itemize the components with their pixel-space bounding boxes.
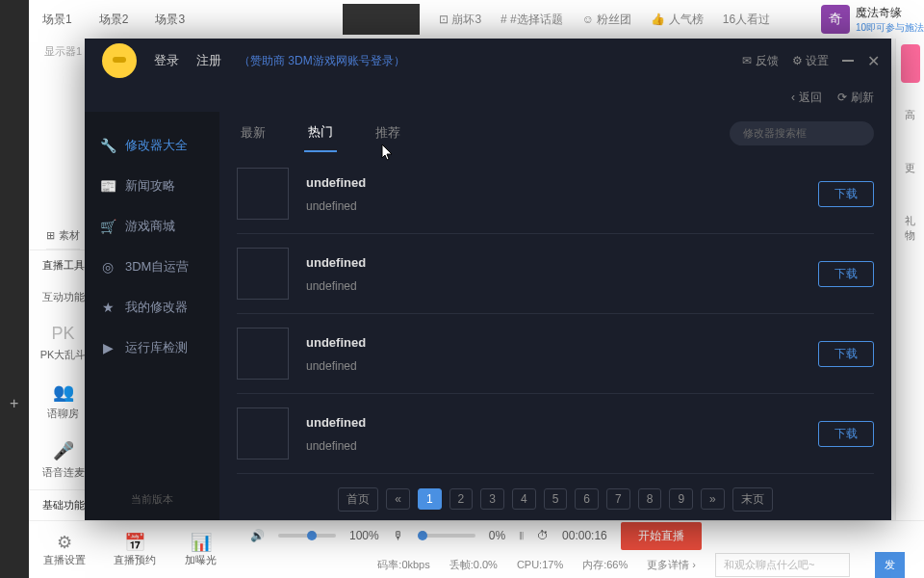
page-number[interactable]: 7	[606, 488, 630, 510]
app-logo-icon	[102, 43, 137, 78]
scene-tab[interactable]: 场景1	[29, 12, 86, 28]
schedule-btn[interactable]: 📅直播预约	[114, 532, 156, 567]
gift-icon[interactable]	[901, 44, 920, 83]
fans-tag[interactable]: ☺ 粉丝团	[582, 12, 632, 28]
tab-hot[interactable]: 热门	[304, 114, 337, 152]
item-thumbnail	[237, 328, 289, 380]
scene-tab[interactable]: 场景3	[141, 12, 198, 28]
topic-tag[interactable]: # #选择话题	[500, 12, 563, 28]
register-link[interactable]: 注册	[196, 52, 221, 69]
tab-recommend[interactable]: 推荐	[372, 115, 404, 151]
volume-slider[interactable]	[278, 534, 336, 538]
nav-3dm[interactable]: ◎3DM自运营	[85, 247, 219, 287]
nav-trainers[interactable]: 🔧修改器大全	[85, 125, 219, 166]
app-left-rail: +	[0, 0, 29, 578]
page-first[interactable]: 首页	[338, 487, 378, 512]
page-number[interactable]: 1	[418, 488, 442, 510]
speaker-icon[interactable]: 🔊	[250, 529, 265, 542]
scene-tab[interactable]: 场景2	[86, 12, 142, 28]
modal-main: 最新 热门 推荐 修改器搜索框 undefinedundefined 下载 un…	[219, 112, 891, 520]
nav-store[interactable]: 🛒游戏商城	[85, 206, 219, 247]
stat-cpu: CPU:17%	[517, 559, 563, 570]
send-button[interactable]: 发	[875, 552, 905, 578]
add-icon[interactable]: +	[10, 395, 18, 412]
boost-btn[interactable]: 📊加曝光	[185, 532, 217, 567]
right-item[interactable]: 更	[896, 142, 924, 195]
mic-slider[interactable]	[418, 534, 475, 538]
pagination: 首页 « 1 2 3 4 5 6 7 8 9 » 末页	[237, 478, 874, 520]
search-input[interactable]: 修改器搜索框	[730, 121, 874, 145]
item-thumbnail	[237, 248, 289, 300]
page-number[interactable]: 5	[544, 488, 568, 510]
list-item: undefinedundefined 下载	[237, 234, 874, 314]
mic-icon[interactable]: 🎙	[393, 529, 404, 542]
trainer-modal: 登录 注册 （赞助商 3DM游戏网账号登录） ✉ 反馈 ⚙ 设置 ✕ ‹ 返回 …	[85, 39, 891, 520]
bottom-tools: ⚙直播设置 📅直播预约 📊加曝光	[29, 520, 231, 578]
item-thumbnail	[237, 407, 289, 460]
bottom-bar: 🔊 100% 🎙 0% ⫴ ⏱ 00:00:16 开始直播 码率:0kbps 丢…	[231, 520, 924, 578]
gear-icon: ⚙	[43, 532, 86, 553]
page-prev[interactable]: «	[386, 488, 410, 510]
start-stream-button[interactable]: 开始直播	[621, 522, 702, 550]
game-tag[interactable]: ⊡ 崩坏3	[439, 12, 481, 28]
login-link[interactable]: 登录	[154, 52, 179, 69]
settings-link[interactable]: ⚙ 设置	[792, 53, 829, 69]
minimize-icon[interactable]	[842, 60, 854, 62]
download-button[interactable]: 下载	[818, 261, 874, 287]
nav-news[interactable]: 📰新闻攻略	[85, 166, 219, 206]
chart-icon: 📊	[185, 532, 217, 553]
cart-icon: 🛒	[100, 219, 116, 234]
stat-more[interactable]: 更多详情 ›	[647, 558, 696, 572]
back-button[interactable]: ‹ 返回	[791, 90, 822, 106]
page-number[interactable]: 8	[638, 488, 662, 510]
right-item[interactable]: 礼物	[896, 195, 924, 262]
list-item: undefinedundefined 下载	[237, 394, 874, 474]
download-button[interactable]: 下载	[818, 181, 874, 207]
tab-latest[interactable]: 最新	[237, 115, 270, 151]
page-last[interactable]: 末页	[732, 487, 773, 512]
list-item: undefinedundefined 下载	[237, 154, 874, 234]
item-title: undefined	[306, 255, 818, 270]
eq-icon[interactable]: ⫴	[519, 529, 524, 542]
page-next[interactable]: »	[701, 488, 725, 510]
page-number[interactable]: 3	[480, 488, 504, 510]
right-item[interactable]: 高	[896, 89, 924, 142]
wrench-icon: 🔧	[100, 138, 116, 153]
stat-bitrate: 码率:0kbps	[377, 558, 429, 572]
promo-box[interactable]: 奇 魔法奇缘 10即可参与施法	[821, 5, 924, 35]
star-icon: ★	[100, 300, 116, 315]
play-icon: ▶	[100, 340, 116, 355]
bg-top-bar: 场景1 场景2 场景3 ⊡ 崩坏3 # #选择话题 ☺ 粉丝团 👍 人气榜 16…	[29, 0, 924, 39]
close-icon[interactable]: ✕	[867, 52, 880, 70]
sponsor-link[interactable]: （赞助商 3DM游戏网账号登录）	[239, 53, 405, 69]
item-title: undefined	[306, 415, 818, 430]
item-title: undefined	[306, 175, 818, 190]
material-btn[interactable]: ⊞ 素材	[46, 223, 79, 250]
display-label[interactable]: 显示器1	[44, 39, 82, 65]
item-title: undefined	[306, 335, 818, 350]
nav-my-trainers[interactable]: ★我的修改器	[85, 287, 219, 328]
rank-tag[interactable]: 👍 人气榜	[651, 12, 703, 28]
page-number[interactable]: 6	[575, 488, 599, 510]
target-icon: ◎	[100, 259, 116, 275]
refresh-button[interactable]: ⟳ 刷新	[837, 90, 874, 106]
page-number[interactable]: 4	[512, 488, 536, 510]
chat-input[interactable]: 和观众聊点什么吧~	[715, 553, 850, 577]
settings-btn[interactable]: ⚙直播设置	[43, 532, 86, 567]
volume-value: 100%	[349, 529, 379, 542]
download-button[interactable]: 下载	[818, 341, 874, 367]
feedback-link[interactable]: ✉ 反馈	[742, 53, 778, 69]
page-number[interactable]: 2	[449, 488, 474, 510]
promo-title: 魔法奇缘	[856, 5, 924, 21]
calendar-icon: 📅	[114, 532, 156, 553]
modal-subheader: ‹ 返回 ⟳ 刷新	[85, 83, 891, 112]
list-item: undefinedundefined 下载	[237, 314, 874, 394]
download-button[interactable]: 下载	[818, 421, 874, 447]
modal-header: 登录 注册 （赞助商 3DM游戏网账号登录） ✉ 反馈 ⚙ 设置 ✕	[85, 39, 891, 83]
nav-runtime[interactable]: ▶运行库检测	[85, 328, 219, 368]
timer-value: 00:00:16	[562, 529, 607, 542]
timer-icon: ⏱	[537, 529, 549, 542]
page-number[interactable]: 9	[669, 488, 693, 510]
news-icon: 📰	[100, 178, 116, 194]
stream-preview	[343, 4, 420, 35]
